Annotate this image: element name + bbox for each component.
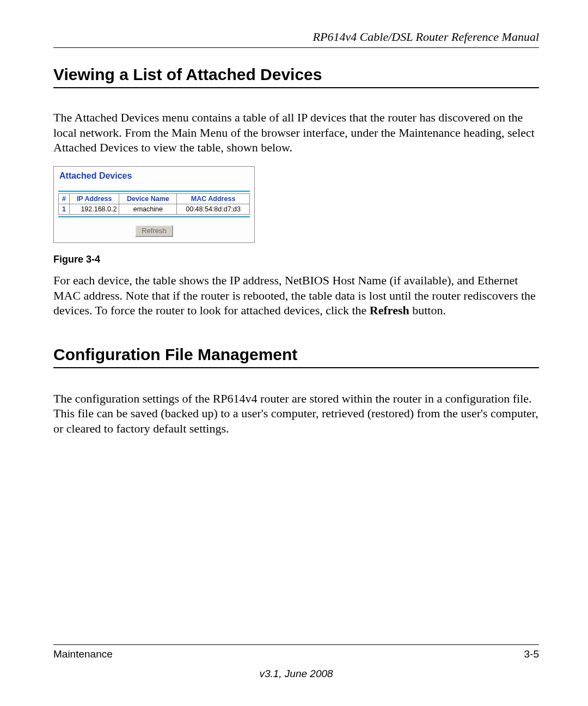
- running-header: RP614v4 Cable/DSL Router Reference Manua…: [53, 30, 539, 48]
- heading-attached-devices: Viewing a List of Attached Devices: [53, 65, 539, 88]
- attached-devices-panel: Attached Devices # IP Address Device Nam…: [53, 166, 255, 244]
- col-header-num: #: [59, 193, 70, 204]
- figure-attached-devices: Attached Devices # IP Address Device Nam…: [53, 166, 539, 266]
- manual-page: RP614v4 Cable/DSL Router Reference Manua…: [0, 0, 588, 706]
- para2-part-b: button.: [409, 303, 446, 317]
- footer-version: v3.1, June 2008: [53, 668, 539, 680]
- page-footer: Maintenance 3-5 v3.1, June 2008: [53, 644, 539, 680]
- footer-page-number: 3-5: [524, 648, 539, 660]
- refresh-button[interactable]: Refresh: [135, 225, 173, 238]
- paragraph-attached-intro: The Attached Devices menu contains a tab…: [53, 110, 539, 155]
- col-header-name: Device Name: [119, 193, 177, 204]
- panel-bottom-rule: [58, 216, 250, 217]
- footer-rule: [53, 644, 539, 645]
- paragraph-config-intro: The configuration settings of the RP614v…: [53, 391, 539, 436]
- heading-config-file-mgmt: Configuration File Management: [53, 345, 539, 368]
- col-header-ip: IP Address: [70, 193, 119, 204]
- cell-name: emachine: [119, 204, 177, 214]
- attached-devices-table: # IP Address Device Name MAC Address 1 1…: [58, 193, 250, 215]
- cell-mac: 00:48:54:8d:d7:d3: [177, 204, 250, 214]
- cell-num: 1: [59, 204, 70, 214]
- col-header-mac: MAC Address: [177, 193, 250, 204]
- para2-bold: Refresh: [370, 303, 409, 317]
- para2-part-a: For each device, the table shows the IP …: [53, 273, 536, 317]
- table-row: 1 192.168.0.2 emachine 00:48:54:8d:d7:d3: [59, 204, 250, 214]
- panel-top-rule: [58, 191, 250, 192]
- table-header-row: # IP Address Device Name MAC Address: [59, 193, 250, 204]
- figure-caption: Figure 3-4: [53, 254, 539, 265]
- cell-ip: 192.168.0.2: [70, 204, 119, 214]
- panel-title: Attached Devices: [58, 171, 250, 191]
- paragraph-attached-detail: For each device, the table shows the IP …: [53, 273, 539, 318]
- footer-section: Maintenance: [53, 648, 113, 660]
